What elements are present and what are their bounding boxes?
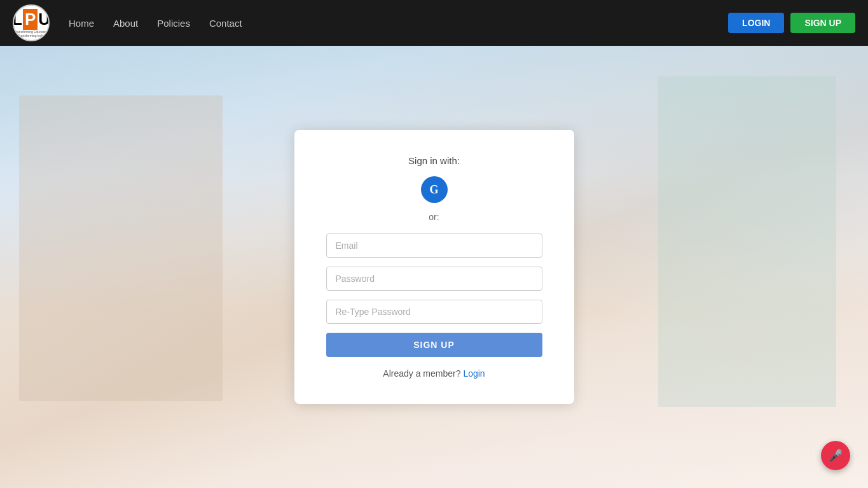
mic-fab-button[interactable]: 🎤 xyxy=(821,441,850,470)
signup-nav-button[interactable]: SIGN UP xyxy=(790,13,855,33)
signin-with-label: Sign in with: xyxy=(408,155,460,166)
retype-password-field[interactable] xyxy=(326,300,542,324)
google-icon: G xyxy=(429,183,438,197)
password-field[interactable] xyxy=(326,267,542,291)
or-label: or: xyxy=(429,212,439,222)
logo-u: U xyxy=(38,10,50,29)
login-button[interactable]: LOGIN xyxy=(728,13,784,33)
nav-links: Home About Policies Contact xyxy=(69,18,242,29)
logo-inner: L P U Transforming Education Transformin… xyxy=(13,9,50,38)
nav-contact[interactable]: Contact xyxy=(209,18,242,29)
logo-p: P xyxy=(23,9,38,30)
email-field[interactable] xyxy=(326,234,542,258)
logo-circle: L P U Transforming Education Transformin… xyxy=(13,4,50,41)
logo-tagline: Transforming Education Transforming Indi… xyxy=(13,30,50,38)
navbar: L P U Transforming Education Transformin… xyxy=(0,0,868,46)
navbar-logo: L P U Transforming Education Transformin… xyxy=(13,4,50,41)
signup-card: Sign in with: G or: SIGN UP Already a me… xyxy=(294,130,574,404)
already-member-text: Already a member? Login xyxy=(383,368,485,379)
google-signin-button[interactable]: G xyxy=(421,176,448,203)
nav-home[interactable]: Home xyxy=(69,18,94,29)
nav-policies[interactable]: Policies xyxy=(157,18,190,29)
logo-l: L xyxy=(13,10,22,29)
microphone-icon: 🎤 xyxy=(829,449,843,463)
nav-about[interactable]: About xyxy=(113,18,138,29)
already-member-label: Already a member? xyxy=(383,368,460,379)
signup-form-button[interactable]: SIGN UP xyxy=(326,333,542,357)
main-content: Sign in with: G or: SIGN UP Already a me… xyxy=(0,46,868,488)
lpu-letters: L P U xyxy=(13,9,50,30)
login-link[interactable]: Login xyxy=(463,368,485,379)
